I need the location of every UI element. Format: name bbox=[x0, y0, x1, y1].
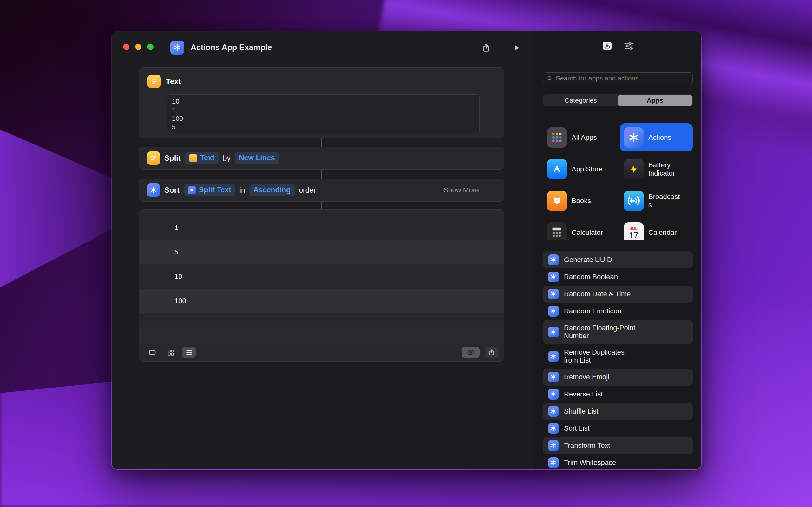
action-list-item[interactable]: Remove Emoji bbox=[543, 369, 693, 386]
app-label: Battery Indicator bbox=[648, 161, 680, 177]
close-button[interactable] bbox=[123, 44, 130, 50]
app-store-icon bbox=[547, 159, 567, 179]
action-list-item[interactable]: Random Emoticon bbox=[543, 302, 693, 320]
view-grid-button[interactable] bbox=[164, 347, 177, 358]
actions-app-icon bbox=[548, 289, 559, 299]
action-label: Sort List bbox=[564, 425, 590, 433]
action-list-item[interactable]: Remove Duplicates from List bbox=[543, 344, 693, 369]
app-tile-books[interactable]: Books bbox=[543, 187, 616, 215]
text-line: 100 bbox=[172, 114, 475, 123]
text-input-area[interactable]: 10 1 100 5 bbox=[167, 95, 479, 133]
actions-app-icon bbox=[623, 127, 644, 148]
library-tabs: Categories Apps bbox=[543, 95, 693, 107]
app-tile-calculator[interactable]: Calculator bbox=[543, 218, 616, 240]
sort-preposition: in bbox=[240, 186, 245, 194]
result-value: 100 bbox=[174, 297, 186, 305]
app-label: Books bbox=[571, 197, 591, 205]
action-list-item[interactable]: Trim Whitespace bbox=[543, 454, 693, 469]
action-list-item[interactable]: Random Date & Time bbox=[543, 285, 693, 302]
result-value: 1 bbox=[174, 224, 178, 232]
result-row[interactable]: 100 bbox=[139, 289, 504, 313]
sort-input-token[interactable]: Split Text bbox=[184, 184, 235, 196]
text-token-icon bbox=[189, 154, 197, 162]
run-button[interactable] bbox=[509, 41, 524, 55]
view-list-button[interactable] bbox=[183, 347, 196, 358]
card-connector bbox=[321, 170, 322, 179]
app-tile-broadcasts[interactable]: Broadcasts bbox=[620, 187, 693, 215]
action-list-item[interactable]: Random Floating-Point Number bbox=[543, 320, 693, 344]
action-list-item[interactable]: Shuffle List bbox=[543, 403, 693, 420]
text-line: 10 bbox=[172, 97, 475, 106]
share-button[interactable] bbox=[479, 41, 494, 55]
action-list-item[interactable]: Sort List bbox=[543, 420, 693, 437]
action-list-item[interactable]: Reverse List bbox=[543, 386, 693, 403]
view-single-button[interactable] bbox=[146, 347, 159, 358]
zoom-button[interactable] bbox=[147, 44, 154, 50]
action-label: Random Emoticon bbox=[564, 307, 621, 315]
actions-app-icon bbox=[548, 372, 559, 383]
action-label: Reverse List bbox=[564, 390, 603, 398]
card-connector bbox=[321, 138, 322, 147]
app-tile-actions[interactable]: Actions bbox=[620, 123, 693, 152]
tab-categories[interactable]: Categories bbox=[544, 95, 618, 106]
actions-app-icon bbox=[548, 440, 559, 451]
app-tile-app-store[interactable]: App Store bbox=[543, 155, 616, 183]
action-list-item[interactable]: Transform Text bbox=[543, 437, 693, 454]
action-label: Random Boolean bbox=[564, 273, 618, 281]
search-field[interactable] bbox=[543, 72, 693, 84]
result-row[interactable]: 10 bbox=[139, 264, 504, 289]
app-tile-battery-indicator[interactable]: Battery Indicator bbox=[620, 155, 693, 183]
app-label: Actions bbox=[648, 133, 671, 141]
actions-app-icon bbox=[548, 389, 559, 400]
action-label: Shuffle List bbox=[564, 407, 598, 415]
list-icon bbox=[185, 348, 194, 357]
share-icon bbox=[488, 349, 496, 356]
split-action-icon bbox=[147, 152, 160, 165]
search-input[interactable] bbox=[556, 74, 689, 82]
show-more-button[interactable]: Show More bbox=[444, 186, 496, 194]
split-separator-token-label: New Lines bbox=[239, 154, 275, 162]
play-icon bbox=[512, 43, 522, 53]
empty-result-row bbox=[139, 328, 504, 343]
broadcasts-icon bbox=[623, 191, 644, 211]
library-toggle-button[interactable] bbox=[600, 40, 614, 52]
split-input-token-label: Text bbox=[200, 154, 215, 162]
sort-action-card[interactable]: Sort Split Text in Ascending order Show … bbox=[139, 179, 504, 202]
sort-order-token[interactable]: Ascending bbox=[249, 184, 295, 196]
action-list-item[interactable]: Random Boolean bbox=[543, 268, 693, 285]
minimize-button[interactable] bbox=[135, 44, 142, 50]
text-action-icon bbox=[148, 75, 161, 88]
result-row[interactable]: 1 bbox=[139, 216, 504, 240]
text-card-title: Text bbox=[166, 77, 181, 86]
app-tile-all-apps[interactable]: All Apps bbox=[543, 123, 616, 152]
results-card[interactable]: 1 5 10 100 bbox=[139, 210, 504, 361]
app-label: App Store bbox=[571, 165, 603, 173]
text-line: 1 bbox=[172, 106, 475, 114]
preview-button[interactable] bbox=[462, 347, 479, 358]
actions-token-icon bbox=[188, 186, 196, 194]
sort-suffix: order bbox=[299, 186, 316, 194]
share-results-button[interactable] bbox=[485, 347, 499, 358]
actions-app-icon bbox=[548, 327, 559, 337]
card-connector bbox=[321, 202, 322, 210]
sort-verb: Sort bbox=[164, 186, 180, 194]
eye-icon bbox=[467, 348, 475, 356]
filters-toggle-button[interactable] bbox=[621, 40, 636, 52]
tab-apps[interactable]: Apps bbox=[618, 95, 692, 106]
action-label: Random Date & Time bbox=[564, 290, 630, 298]
text-action-card[interactable]: Text 10 1 100 5 bbox=[139, 67, 504, 138]
actions-app-icon bbox=[548, 423, 559, 434]
sort-action-icon bbox=[147, 183, 160, 197]
actions-app-icon bbox=[548, 351, 559, 362]
actions-app-icon bbox=[548, 457, 559, 468]
split-action-card[interactable]: Split Text by New Lines bbox=[139, 147, 504, 170]
library-icon bbox=[601, 40, 613, 52]
share-icon bbox=[481, 43, 491, 53]
app-tile-calendar[interactable]: JUL 17 Calendar bbox=[620, 218, 693, 240]
result-row[interactable]: 5 bbox=[139, 240, 504, 264]
actions-app-icon bbox=[170, 41, 184, 55]
split-separator-token[interactable]: New Lines bbox=[235, 152, 279, 164]
split-input-token[interactable]: Text bbox=[185, 152, 219, 164]
grid-icon bbox=[166, 348, 175, 357]
action-list-item[interactable]: Generate UUID bbox=[543, 251, 693, 268]
